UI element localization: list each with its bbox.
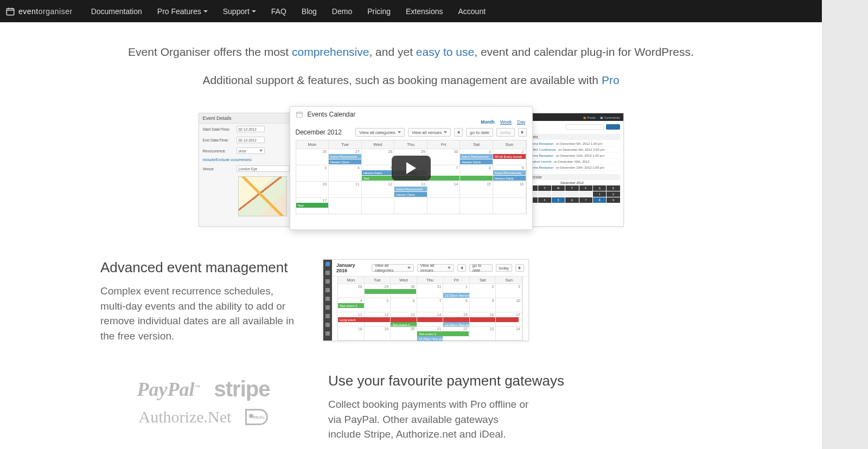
link-easy-to-use[interactable]: easy to use — [416, 46, 474, 58]
calendar-cell[interactable]: 16 — [493, 181, 526, 197]
calendar-cell[interactable]: 11 — [329, 181, 362, 197]
venue-map[interactable] — [238, 176, 287, 216]
calendar-cell[interactable]: 2 09:16 Every month — [493, 149, 526, 165]
calendar-cell[interactable]: 14 — [427, 181, 461, 197]
event-chip[interactable]: Hesam Dans — [394, 192, 427, 197]
calendar-cell[interactable]: 7 — [417, 298, 444, 312]
nav-demo[interactable]: Demo — [324, 0, 360, 22]
goto-date-button[interactable]: go to date — [469, 264, 493, 272]
calendar-cell[interactable]: 15 12:25pm Test event 3 — [443, 312, 470, 326]
calendar-cell[interactable]: 28 — [338, 284, 365, 298]
event-chip[interactable]: Test — [296, 203, 329, 208]
feed-comments[interactable]: ▣ Comments — [600, 116, 620, 119]
tab-month[interactable]: Month — [481, 119, 495, 125]
end-date-input[interactable]: 02-12-2012 — [237, 137, 265, 143]
calendar-cell[interactable]: 23 — [470, 326, 496, 340]
calendar-cell[interactable]: 3 — [296, 165, 329, 181]
calendar-cell[interactable] — [329, 197, 362, 214]
goto-date-button[interactable]: go to date — [466, 128, 493, 137]
calendar-cell[interactable]: 18 — [338, 326, 365, 340]
calendar-cell[interactable]: 5 — [365, 298, 391, 312]
brand-logo[interactable]: eventorganiser — [5, 7, 73, 16]
filter-venues[interactable]: View all venues — [417, 264, 454, 272]
calendar-cell[interactable]: 27 Ivana Perovanovic Hesam Dans — [329, 149, 362, 165]
calendar-cell[interactable] — [362, 197, 395, 214]
calendar-cell[interactable]: 10 — [296, 181, 329, 197]
calendar-cell[interactable]: 7 — [427, 165, 461, 181]
nav-support[interactable]: Support — [215, 0, 264, 22]
calendar-cell[interactable]: 28 — [362, 149, 395, 165]
event-line[interactable]: BPMG Conferenceon December 6th, 2012 2:0… — [525, 147, 620, 153]
search-button[interactable] — [606, 124, 620, 130]
calendar-cell[interactable]: 1 Ivana Perovanovic Hesam Dans — [460, 149, 493, 165]
event-line[interactable]: Emma Receptionon December 19th, 2012 1:0… — [525, 165, 620, 171]
calendar-cell[interactable]: 4 — [329, 165, 362, 181]
event-chip[interactable]: Test event 2 — [338, 303, 364, 308]
prev-button[interactable] — [454, 128, 463, 137]
calendar-cell[interactable] — [427, 197, 461, 214]
calendar-cell[interactable] — [460, 197, 493, 214]
calendar-cell[interactable]: 31 — [417, 284, 444, 298]
calendar-cell[interactable]: 8 — [460, 165, 493, 181]
filter-categories[interactable]: View all categories — [372, 264, 414, 272]
event-chip[interactable]: 12:25pm Test event 3 — [417, 336, 443, 341]
event-chip[interactable]: Hesam Dans — [460, 159, 493, 164]
calendar-cell[interactable]: 21 Test event 2 12:25pm Test event 3 — [417, 326, 444, 340]
prev-button[interactable] — [457, 264, 466, 272]
calendar-cell[interactable]: 5 Hesam Dans Test — [362, 165, 395, 181]
calendar-cell[interactable]: 6 — [391, 298, 417, 312]
calendar-cell[interactable]: 30 — [391, 284, 417, 298]
calendar-cell[interactable]: 17 Test — [296, 197, 329, 214]
filter-venues[interactable]: View all venues — [408, 128, 451, 137]
calendar-cell[interactable]: 19 — [365, 326, 391, 340]
filter-categories[interactable]: View all categories — [355, 128, 405, 137]
calendar-cell[interactable]: 20 — [391, 326, 417, 340]
calendar-cell[interactable]: 22 — [443, 326, 470, 340]
nav-documentation[interactable]: Documentation — [84, 0, 150, 22]
event-chip[interactable]: 09:16 Every month — [493, 154, 526, 159]
nav-pricing[interactable]: Pricing — [360, 0, 398, 22]
calendar-cell[interactable]: 29 — [365, 284, 391, 298]
calendar-cell[interactable]: 3 — [496, 284, 522, 298]
calendar-cell[interactable]: 17 — [496, 312, 522, 326]
play-button[interactable] — [392, 156, 431, 181]
calendar-cell[interactable]: 12 — [362, 181, 395, 197]
calendar-cell[interactable]: 24 — [496, 326, 522, 340]
calendar-cell[interactable]: 1 12:25pm Test event 3 — [443, 284, 470, 298]
recurrence-select[interactable]: once — [237, 147, 265, 154]
nav-faq[interactable]: FAQ — [264, 0, 294, 22]
calendar-cell[interactable]: 9 Ivana Perovanovic Hesam Dans — [493, 165, 526, 181]
calendar-cell[interactable] — [394, 197, 427, 214]
venue-input[interactable]: London Eye — [237, 165, 290, 172]
nav-account[interactable]: Account — [450, 0, 493, 22]
calendar-cell[interactable]: 10 — [496, 298, 522, 312]
event-line[interactable]: Product Launchon December 19th, 2012 — [525, 159, 620, 165]
feed-posts[interactable]: ▣ Posts — [583, 116, 596, 119]
event-line[interactable]: Emma Receptionon December 12th, 2012 1:0… — [525, 153, 620, 159]
calendar-cell[interactable] — [493, 197, 526, 214]
event-chip[interactable]: Hesam Dans — [493, 176, 526, 181]
calendar-cell[interactable]: 15 — [460, 181, 493, 197]
nav-extensions[interactable]: Extensions — [398, 0, 450, 22]
nav-blog[interactable]: Blog — [294, 0, 324, 22]
calendar-cell[interactable]: 13 Test event 1 — [391, 312, 417, 326]
calendar-cell[interactable]: 14 — [417, 312, 444, 326]
tab-week[interactable]: Week — [500, 119, 512, 125]
calendar-cell[interactable]: 30 — [427, 149, 461, 165]
event-chip[interactable]: Ivana Perovanovic — [329, 154, 361, 159]
tab-day[interactable]: Day — [517, 119, 525, 125]
next-button[interactable] — [518, 128, 527, 137]
calendar-cell[interactable]: 2 — [470, 284, 496, 298]
today-button[interactable]: today — [496, 128, 515, 137]
event-chip[interactable]: Hesam Dans — [362, 170, 394, 175]
calendar-cell[interactable]: 16 — [470, 312, 496, 326]
calendar-cell[interactable]: 8 — [443, 298, 470, 312]
event-line[interactable]: Emma Receptionon December 5th, 2012 1:00… — [525, 141, 620, 147]
event-chip[interactable]: Hesam Dans — [329, 159, 361, 164]
next-button[interactable] — [515, 264, 524, 272]
search-input[interactable] — [566, 124, 604, 130]
calendar-cell[interactable]: 13 Ivana Perovanovic Hesam Dans — [394, 181, 427, 197]
event-chip[interactable]: Ivana Perovanovic — [493, 170, 526, 175]
calendar-cell[interactable]: 12 — [365, 312, 391, 326]
calendar-cell[interactable]: 4 Test event 2 — [338, 298, 365, 312]
